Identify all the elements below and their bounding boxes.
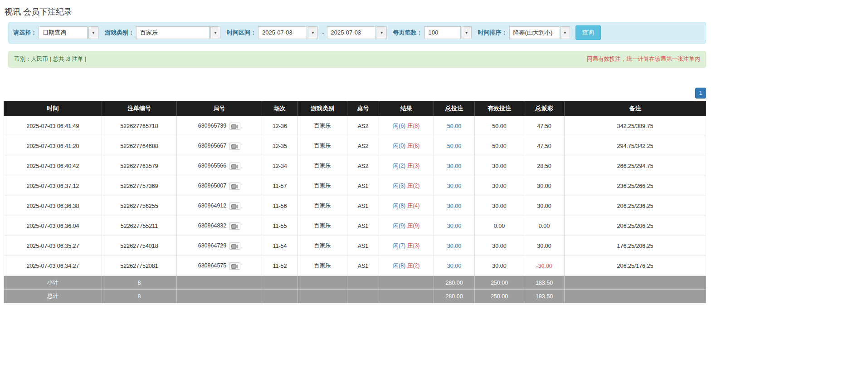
cell-total-bet: 30.00 [434,256,475,276]
chevron-down-icon[interactable]: ▼ [462,26,472,39]
round-number: 630964575 [198,262,227,269]
cell-payout: 30.00 [524,176,565,196]
column-header: 场次 [262,101,298,116]
cell-result: 闲(0) 庄(8) [379,136,434,156]
video-replay-icon[interactable] [229,222,240,230]
total-bet-link[interactable]: 30.00 [447,203,461,209]
result-player: 闲(8) [393,262,405,269]
cell-bet-id: 522627754018 [102,236,177,256]
date-query-select[interactable]: 日期查询 ▼ [39,26,98,39]
video-replay-icon[interactable] [229,242,240,250]
footer-empty-cell [347,290,379,303]
page-button-1[interactable]: 1 [695,88,706,99]
pagination: 1 [4,88,706,99]
game-type-select[interactable]: 百家乐 ▼ [136,26,220,39]
cell-table-no: AS1 [347,216,379,236]
date-to-value: 2025-07-03 [327,26,376,39]
result-banker: 庄(8) [407,123,420,129]
cell-valid-bet: 0.00 [475,216,524,236]
cell-payout: -30.00 [524,256,565,276]
round-number: 630964912 [198,202,227,209]
video-replay-icon[interactable] [229,202,240,210]
cell-payout: 28.50 [524,156,565,176]
cell-payout: 0.00 [524,216,565,236]
result-banker: 庄(8) [407,143,420,149]
cell-time: 2025-07-03 06:36:04 [4,216,102,236]
filter-bar: 请选择： 日期查询 ▼ 游戏类别： 百家乐 ▼ 时间区间： 2025-07-03… [8,22,706,44]
total-label: 总计 [4,290,102,303]
total-bet-link[interactable]: 30.00 [447,223,461,229]
table-row: 2025-07-03 06:41:49522627765718630965739… [4,116,706,136]
cell-table-no: AS2 [347,156,379,176]
chevron-down-icon[interactable]: ▼ [210,26,220,39]
chevron-down-icon[interactable]: ▼ [88,26,98,39]
cell-bet-id: 522627756255 [102,196,177,216]
cell-result: 闲(7) 庄(3) [379,236,434,256]
result-player: 闲(2) [393,163,405,169]
footer-empty-cell [565,276,706,290]
cell-total-bet: 30.00 [434,156,475,176]
cell-payout: 30.00 [524,236,565,256]
cell-round: 630964832 [177,216,262,236]
video-replay-icon[interactable] [229,163,240,170]
per-page-select[interactable]: 100 ▼ [424,26,472,39]
footer-empty-cell [262,290,298,303]
cell-bet-id: 522627763579 [102,156,177,176]
date-to-select[interactable]: 2025-07-03 ▼ [327,26,387,39]
column-header: 备注 [565,101,706,116]
cell-table-no: AS2 [347,116,379,136]
table-row: 2025-07-03 06:40:42522627763579630965566… [4,156,706,176]
cell-result: 闲(8) 庄(2) [379,256,434,276]
search-button[interactable]: 查询 [575,25,601,40]
result-player: 闲(3) [393,183,405,189]
footer-empty-cell [379,290,434,303]
total-bet-link[interactable]: 30.00 [447,163,461,169]
cell-note: 176.25/206.25 [565,236,706,256]
round-number: 630965739 [198,123,227,129]
column-header: 总投注 [434,101,475,116]
column-header: 桌号 [347,101,379,116]
round-number: 630964729 [198,242,227,249]
cell-time: 2025-07-03 06:40:42 [4,156,102,176]
page-title: 视讯 会员下注纪录 [5,6,706,17]
chevron-down-icon[interactable]: ▼ [308,26,318,39]
cell-round: 630965007 [177,176,262,196]
video-replay-icon[interactable] [229,262,240,270]
cell-result: 闲(2) 庄(3) [379,156,434,176]
total-bet-link[interactable]: 30.00 [447,183,461,189]
select-label: 请选择： [13,29,37,37]
cell-session: 12-35 [262,136,298,156]
cell-game-type: 百家乐 [298,116,347,136]
game-type-value: 百家乐 [136,26,210,39]
cell-note: 294.75/342.25 [565,136,706,156]
cell-total-bet: 50.00 [434,116,475,136]
chevron-down-icon[interactable]: ▼ [560,26,570,39]
video-replay-icon[interactable] [229,183,240,190]
cell-result: 闲(3) 庄(2) [379,176,434,196]
video-replay-icon[interactable] [229,123,240,130]
column-header: 注单编号 [102,101,177,116]
sort-select[interactable]: 降幂(由大到小) ▼ [509,26,570,39]
cell-note: 206.25/206.25 [565,216,706,236]
total-bet-link[interactable]: 50.00 [447,143,461,149]
total-bet-link[interactable]: 50.00 [447,123,461,129]
cell-time: 2025-07-03 06:34:27 [4,256,102,276]
video-replay-icon[interactable] [229,143,240,150]
result-banker: 庄(4) [407,202,420,209]
cell-session: 11-55 [262,216,298,236]
date-from-select[interactable]: 2025-07-03 ▼ [258,26,318,39]
sort-label: 时间排序： [478,29,507,37]
cell-total-bet: 30.00 [434,176,475,196]
cell-session: 11-54 [262,236,298,256]
footer-empty-cell [565,290,706,303]
cell-session: 12-36 [262,116,298,136]
footer-empty-cell [262,276,298,290]
column-header: 总派彩 [524,101,565,116]
footer-empty-cell [298,290,347,303]
total-bet-link[interactable]: 30.00 [447,263,461,269]
total-bet-link[interactable]: 30.00 [447,243,461,249]
result-player: 闲(9) [393,222,405,229]
chevron-down-icon[interactable]: ▼ [377,26,387,39]
round-number: 630965667 [198,143,227,149]
result-banker: 庄(9) [407,222,420,229]
